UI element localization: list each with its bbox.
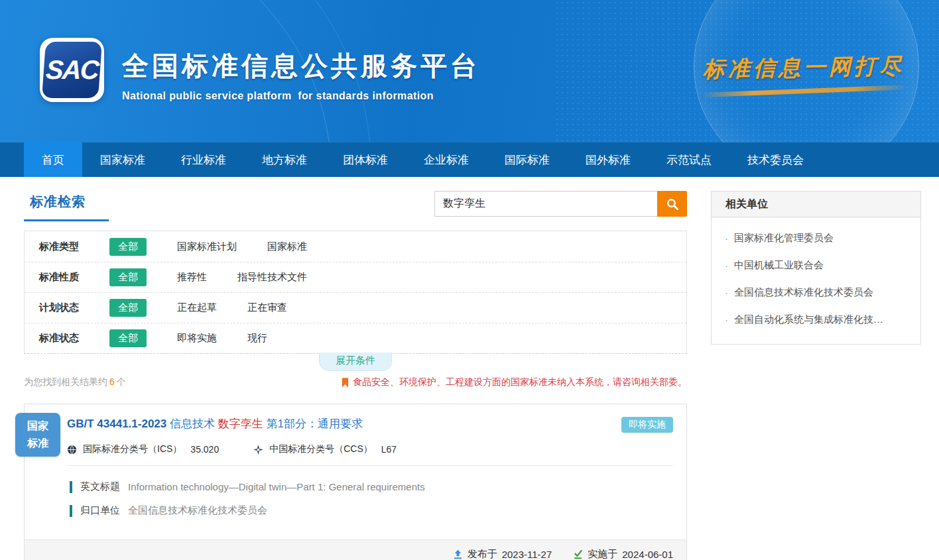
- site-titles: 全国标准信息公共服务平台 National public service pla…: [122, 48, 480, 102]
- standard-title-part: 信息技术: [170, 418, 215, 430]
- ics-meta: 国际标准分类号（ICS） 35.020: [67, 443, 219, 455]
- result-count: 为您找到相关结果约6个: [24, 376, 126, 388]
- filter-all-button[interactable]: 全部: [109, 268, 147, 286]
- compass-icon: [253, 445, 263, 455]
- card-fields: 英文标题 Information technology—Digital twin…: [67, 466, 673, 530]
- result-count-number: 6: [109, 376, 115, 387]
- sidebar-item-label: 全国信息技术标准化技术委员会: [734, 286, 873, 299]
- content: 标准检索 标准类型: [0, 177, 939, 560]
- sidebar-item-automation-committee[interactable]: · 全国自动化系统与集成标准化技…: [712, 306, 920, 333]
- filter-option[interactable]: 现行: [247, 332, 267, 345]
- bullet: ·: [725, 287, 728, 298]
- nav-item-international-standards[interactable]: 国际标准: [487, 142, 568, 177]
- filter-label: 标准类型: [39, 241, 87, 253]
- sac-logo[interactable]: SAC: [40, 38, 104, 102]
- filter-row-standard-nature: 标准性质 全部 推荐性 指导性技术文件: [25, 262, 686, 292]
- filter-all-button[interactable]: 全部: [109, 238, 147, 256]
- slogan-text: 标准信息一网打尽: [702, 51, 905, 84]
- site-header: SAC 全国标准信息公共服务平台 National public service…: [0, 0, 939, 142]
- filter-option[interactable]: 即将实施: [177, 332, 217, 345]
- standard-title-link[interactable]: GB/T 43441.1-2023 信息技术 数字孪生 第1部分：通用要求: [67, 416, 363, 431]
- page: SAC 全国标准信息公共服务平台 National public service…: [0, 0, 939, 560]
- section-title-wrap: 标准检索: [24, 191, 109, 221]
- standard-title-highlight: 数字孪生: [218, 418, 263, 430]
- nav-item-national-standards[interactable]: 国家标准: [82, 142, 163, 177]
- bookmark-icon: [342, 378, 349, 388]
- field-row-english-title: 英文标题 Information technology—Digital twin…: [67, 480, 673, 493]
- field-row-committee: 归口单位 全国信息技术标准化技术委员会: [67, 504, 673, 517]
- filter-option[interactable]: 指导性技术文件: [237, 271, 307, 284]
- filter-label: 标准性质: [39, 271, 87, 284]
- bullet: ·: [725, 233, 728, 244]
- field-bar: [70, 481, 72, 493]
- nav-item-enterprise-standards[interactable]: 企业标准: [406, 142, 487, 177]
- publish-date-group: 发布于 2023-11-27: [453, 548, 552, 560]
- notice-text: 食品安全、环境保护、工程建设方面的国家标准未纳入本系统，请咨询相关部委。: [353, 376, 687, 388]
- card-footer: 发布于 2023-11-27 实施于 2024-06-01: [25, 539, 686, 560]
- field-label: 归口单位: [80, 504, 120, 517]
- field-label: 英文标题: [80, 480, 120, 493]
- sidebar-item-sac[interactable]: · 国家标准化管理委员会: [712, 225, 920, 252]
- filter-option[interactable]: 正在审查: [247, 302, 287, 314]
- sidebar-item-machinery-federation[interactable]: · 中国机械工业联合会: [712, 252, 920, 279]
- sidebar-list: · 国家标准化管理委员会 · 中国机械工业联合会 · 全国信息技术标准化技术委员…: [712, 217, 920, 344]
- filter-all-button[interactable]: 全部: [109, 299, 147, 317]
- committee-value: 全国信息技术标准化技术委员会: [128, 504, 267, 517]
- search-button[interactable]: [657, 191, 687, 217]
- filter-row-standard-status: 标准状态 全部 即将实施 现行: [25, 323, 686, 353]
- standard-title-part: 第1部分：通用要求: [266, 418, 362, 430]
- sidebar-item-label: 中国机械工业联合会: [734, 259, 824, 272]
- site-title-en: National public service platform for sta…: [122, 90, 480, 102]
- ccs-label: 中国标准分类号（CCS）: [269, 443, 373, 455]
- ics-label: 国际标准分类号（ICS）: [83, 443, 182, 455]
- sidebar-item-it-committee[interactable]: · 全国信息技术标准化技术委员会: [712, 279, 920, 306]
- nav-item-technical-committee[interactable]: 技术委员会: [729, 142, 822, 177]
- ccs-value: L67: [381, 444, 397, 455]
- standard-code: GB/T 43441.1-2023: [67, 418, 166, 430]
- publish-label: 发布于: [468, 548, 497, 560]
- bullet: ·: [725, 314, 728, 325]
- nav-item-industry-standards[interactable]: 行业标准: [163, 142, 244, 177]
- ccs-meta: 中国标准分类号（CCS） L67: [253, 443, 397, 455]
- expand-conditions-button[interactable]: 展开条件: [319, 353, 392, 371]
- slogan: 标准信息一网打尽: [702, 51, 905, 95]
- check-icon: [573, 549, 583, 559]
- site-title-cn: 全国标准信息公共服务平台: [122, 48, 480, 84]
- status-badge: 即将实施: [621, 417, 673, 433]
- publish-date: 2023-11-27: [502, 549, 552, 560]
- sidebar-title: 相关单位: [712, 192, 920, 217]
- search-box: [434, 191, 687, 217]
- filter-row-standard-type: 标准类型 全部 国家标准计划 国家标准: [25, 231, 686, 262]
- system-notice: 食品安全、环境保护、工程建设方面的国家标准未纳入本系统，请咨询相关部委。: [342, 376, 687, 388]
- filter-label: 计划状态: [39, 302, 87, 314]
- standard-type-badge: 国家 标准: [15, 413, 60, 457]
- filter-all-button[interactable]: 全部: [109, 329, 147, 347]
- nav-item-local-standards[interactable]: 地方标准: [244, 142, 325, 177]
- card-meta-row: 国际标准分类号（ICS） 35.020 中国标准分类号（CCS）: [67, 443, 673, 466]
- filter-label: 标准状态: [39, 332, 87, 345]
- filter-option[interactable]: 国家标准计划: [177, 241, 237, 253]
- implement-label: 实施于: [588, 548, 617, 560]
- filter-option[interactable]: 国家标准: [267, 241, 307, 253]
- bullet: ·: [725, 260, 728, 271]
- nav-item-group-standards[interactable]: 团体标准: [325, 142, 406, 177]
- nav-item-foreign-standards[interactable]: 国外标准: [568, 142, 649, 177]
- search-input[interactable]: [434, 191, 657, 217]
- filter-option[interactable]: 推荐性: [177, 271, 207, 284]
- main-column: 标准检索 标准类型: [24, 191, 687, 560]
- publish-icon: [453, 549, 463, 559]
- page-title: 标准检索: [30, 193, 109, 211]
- search-icon: [666, 197, 679, 211]
- nav-item-home[interactable]: 首页: [24, 142, 82, 177]
- filter-panel: 标准类型 全部 国家标准计划 国家标准 标准性质 全部 推荐性 指导性技术文件 …: [24, 231, 687, 354]
- nav-item-pilot[interactable]: 示范试点: [649, 142, 729, 177]
- filter-option[interactable]: 正在起草: [177, 302, 217, 314]
- card-title-row: GB/T 43441.1-2023 信息技术 数字孪生 第1部分：通用要求 即将…: [67, 416, 673, 433]
- sidebar-item-label: 国家标准化管理委员会: [734, 232, 834, 245]
- implement-date: 2024-06-01: [622, 549, 673, 560]
- search-row: 标准检索: [24, 191, 687, 221]
- main-nav: 首页 国家标准 行业标准 地方标准 团体标准 企业标准 国际标准 国外标准 示范…: [0, 142, 939, 177]
- card-main: GB/T 43441.1-2023 信息技术 数字孪生 第1部分：通用要求 即将…: [25, 404, 686, 530]
- result-card: 国家 标准 GB/T 43441.1-2023 信息技术 数字孪生 第1部分：通…: [24, 404, 687, 560]
- sac-logo-text: SAC: [42, 42, 102, 98]
